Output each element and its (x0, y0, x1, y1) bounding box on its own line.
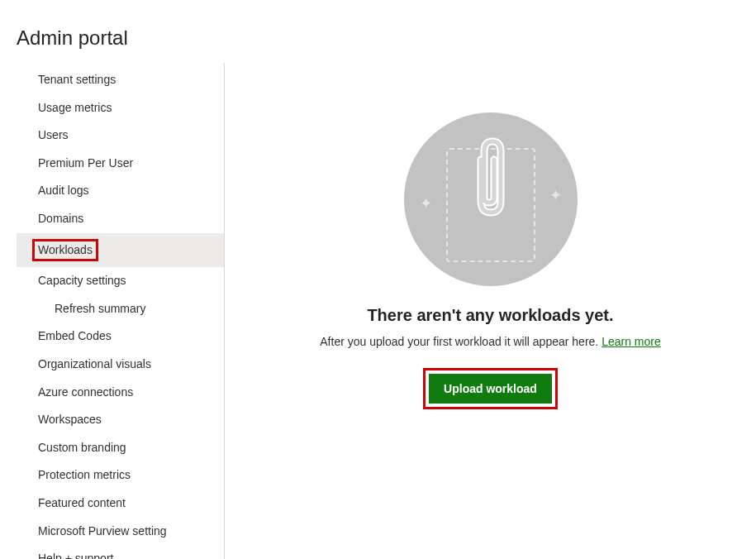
sidebar-item-label: Users (38, 128, 69, 141)
sidebar-item-custom-branding[interactable]: Custom branding (17, 434, 224, 462)
content-area: Tenant settingsUsage metricsUsersPremium… (0, 63, 756, 559)
empty-state-illustration: ✦ ✦ (404, 112, 578, 286)
empty-state-subtitle: After you upload your first workload it … (320, 335, 660, 348)
empty-state-title: There aren't any workloads yet. (367, 306, 613, 325)
sidebar-item-label: Usage metrics (38, 101, 112, 114)
empty-subtitle-text: After you upload your first workload it … (320, 335, 601, 348)
clip-container: ✦ ✦ (441, 133, 540, 265)
sidebar-item-tenant-settings[interactable]: Tenant settings (17, 66, 224, 94)
sparkle-right-icon: ✦ (549, 186, 562, 204)
sidebar-item-premium-per-user[interactable]: Premium Per User (17, 150, 224, 178)
sparkle-left-icon: ✦ (420, 194, 432, 213)
sidebar-item-label: Capacity settings (38, 274, 126, 287)
sidebar-item-usage-metrics[interactable]: Usage metrics (17, 94, 224, 122)
sidebar-item-label: Premium Per User (38, 156, 133, 170)
upload-workload-button[interactable]: Upload workload (429, 374, 552, 404)
sidebar-item-label: Embed Codes (38, 329, 112, 342)
sidebar-item-label: Organizational visuals (38, 357, 151, 370)
sidebar-nav: Tenant settingsUsage metricsUsersPremium… (17, 63, 225, 559)
sidebar-item-domains[interactable]: Domains (17, 205, 224, 233)
sidebar-item-label: Azure connections (38, 385, 133, 399)
sidebar-item-microsoft-purview-setting[interactable]: Microsoft Purview setting (17, 518, 224, 546)
sidebar-item-users[interactable]: Users (17, 122, 224, 150)
learn-more-link[interactable]: Learn more (601, 335, 661, 348)
sidebar-item-label: Protection metrics (38, 468, 131, 481)
sidebar-item-label: Domains (38, 212, 83, 225)
page-title: Admin portal (0, 0, 756, 63)
sidebar-item-capacity-settings[interactable]: Capacity settings (17, 267, 224, 295)
sidebar-item-help-support[interactable]: Help + support (17, 545, 224, 559)
sidebar-item-label: Workloads (32, 239, 98, 262)
upload-button-highlight: Upload workload (423, 368, 558, 409)
sidebar-item-featured-content[interactable]: Featured content (17, 490, 224, 518)
sidebar-item-label: Tenant settings (38, 73, 116, 86)
sidebar-item-protection-metrics[interactable]: Protection metrics (17, 461, 224, 490)
sidebar-item-organizational-visuals[interactable]: Organizational visuals (17, 351, 224, 379)
sidebar-item-refresh-summary[interactable]: Refresh summary (17, 295, 224, 323)
sidebar-item-label: Refresh summary (55, 302, 145, 315)
main-content: ✦ ✦ There aren't any workloads yet. Afte… (225, 63, 756, 559)
sidebar-item-azure-connections[interactable]: Azure connections (17, 379, 224, 407)
sidebar-item-label: Microsoft Purview setting (38, 524, 167, 538)
sidebar-item-workloads[interactable]: Workloads (17, 233, 224, 268)
sidebar-item-workspaces[interactable]: Workspaces (17, 406, 224, 434)
sidebar-item-label: Custom branding (38, 441, 126, 454)
sidebar-item-embed-codes[interactable]: Embed Codes (17, 322, 224, 351)
sidebar-item-label: Help + support (38, 552, 113, 559)
sidebar-item-label: Audit logs (38, 184, 88, 197)
paperclip-icon (470, 133, 511, 224)
sidebar-item-label: Workspaces (38, 413, 102, 426)
sidebar-item-label: Featured content (38, 496, 126, 509)
sidebar-item-audit-logs[interactable]: Audit logs (17, 177, 224, 205)
